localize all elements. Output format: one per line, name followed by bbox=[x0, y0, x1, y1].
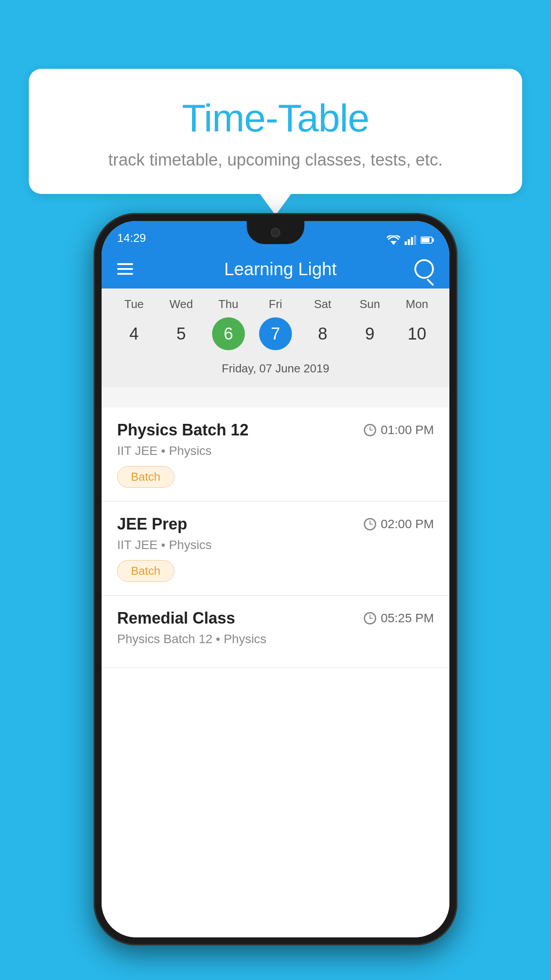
day-number[interactable]: 7 bbox=[259, 317, 292, 350]
batch-badge: Batch bbox=[117, 466, 174, 488]
svg-marker-0 bbox=[390, 241, 397, 245]
speech-bubble: Time-Table track timetable, upcoming cla… bbox=[29, 69, 522, 194]
svg-rect-7 bbox=[433, 238, 434, 242]
signal-icon bbox=[405, 235, 416, 245]
day-number[interactable]: 8 bbox=[306, 317, 339, 350]
day-number[interactable]: 6 bbox=[212, 317, 245, 350]
event-meta: IIT JEE • Physics bbox=[117, 538, 434, 552]
svg-rect-2 bbox=[408, 239, 410, 245]
status-icons bbox=[387, 235, 434, 245]
day-col-tue[interactable]: Tue4 bbox=[114, 297, 153, 350]
battery-icon bbox=[421, 236, 434, 244]
day-number[interactable]: 9 bbox=[354, 317, 386, 350]
camera-dot bbox=[271, 228, 280, 237]
event-header: Physics Batch 1201:00 PM bbox=[117, 421, 434, 439]
day-number[interactable]: 4 bbox=[118, 317, 150, 350]
event-header: Remedial Class05:25 PM bbox=[117, 609, 434, 628]
hamburger-menu-icon[interactable] bbox=[117, 263, 133, 275]
day-number[interactable]: 10 bbox=[401, 317, 433, 350]
svg-rect-6 bbox=[421, 238, 429, 242]
day-name: Mon bbox=[406, 297, 429, 311]
event-time-text: 05:25 PM bbox=[381, 611, 434, 625]
clock-icon bbox=[364, 612, 376, 624]
events-list: Physics Batch 1201:00 PMIIT JEE • Physic… bbox=[102, 407, 449, 937]
event-meta: Physics Batch 12 • Physics bbox=[117, 632, 434, 646]
event-time-text: 02:00 PM bbox=[381, 517, 434, 531]
event-title: JEE Prep bbox=[117, 515, 187, 533]
clock-icon bbox=[364, 424, 376, 436]
event-meta: IIT JEE • Physics bbox=[117, 444, 434, 458]
event-header: JEE Prep02:00 PM bbox=[117, 515, 434, 533]
calendar-section: Tue4Wed5Thu6Fri7Sat8Sun9Mon10 Friday, 07… bbox=[102, 288, 449, 387]
svg-rect-3 bbox=[411, 237, 413, 245]
day-name: Tue bbox=[124, 297, 144, 311]
day-name: Sun bbox=[359, 297, 380, 311]
day-name: Wed bbox=[169, 297, 193, 311]
day-name: Fri bbox=[269, 297, 282, 311]
event-time: 01:00 PM bbox=[364, 423, 434, 437]
event-title: Physics Batch 12 bbox=[117, 421, 248, 439]
phone-body: 14:29 bbox=[94, 213, 457, 945]
wifi-icon bbox=[387, 235, 400, 245]
day-col-fri[interactable]: Fri7 bbox=[256, 297, 295, 350]
notch bbox=[247, 221, 304, 244]
hamburger-line-2 bbox=[117, 268, 133, 270]
day-number[interactable]: 5 bbox=[165, 317, 197, 350]
days-row: Tue4Wed5Thu6Fri7Sat8Sun9Mon10 bbox=[102, 297, 449, 350]
phone-mockup: 14:29 bbox=[94, 213, 457, 945]
app-bar: Learning Light bbox=[102, 249, 449, 288]
event-time: 05:25 PM bbox=[364, 611, 434, 625]
event-time: 02:00 PM bbox=[364, 517, 434, 531]
speech-bubble-container: Time-Table track timetable, upcoming cla… bbox=[29, 69, 522, 194]
day-col-thu[interactable]: Thu6 bbox=[209, 297, 248, 350]
bubble-subtitle: track timetable, upcoming classes, tests… bbox=[55, 150, 496, 170]
hamburger-line-1 bbox=[117, 263, 133, 265]
event-title: Remedial Class bbox=[117, 609, 235, 628]
day-name: Sat bbox=[314, 297, 331, 311]
day-col-wed[interactable]: Wed5 bbox=[161, 297, 201, 350]
event-card[interactable]: JEE Prep02:00 PMIIT JEE • PhysicsBatch bbox=[102, 502, 449, 596]
day-name: Thu bbox=[218, 297, 238, 311]
batch-badge: Batch bbox=[117, 560, 174, 582]
svg-rect-4 bbox=[414, 235, 416, 245]
event-time-text: 01:00 PM bbox=[381, 423, 434, 437]
phone-screen: 14:29 bbox=[102, 221, 449, 937]
event-card[interactable]: Physics Batch 1201:00 PMIIT JEE • Physic… bbox=[102, 407, 449, 502]
hamburger-line-3 bbox=[117, 273, 133, 275]
svg-rect-1 bbox=[405, 241, 407, 245]
day-col-sat[interactable]: Sat8 bbox=[303, 297, 342, 350]
search-icon[interactable] bbox=[414, 259, 434, 279]
status-time: 14:29 bbox=[117, 231, 146, 245]
day-col-mon[interactable]: Mon10 bbox=[398, 297, 437, 350]
clock-icon bbox=[364, 518, 376, 530]
selected-date-label: Friday, 07 June 2019 bbox=[102, 357, 449, 378]
event-card[interactable]: Remedial Class05:25 PMPhysics Batch 12 •… bbox=[102, 596, 449, 668]
day-col-sun[interactable]: Sun9 bbox=[350, 297, 390, 350]
bubble-title: Time-Table bbox=[55, 95, 496, 141]
app-bar-title: Learning Light bbox=[224, 259, 337, 279]
